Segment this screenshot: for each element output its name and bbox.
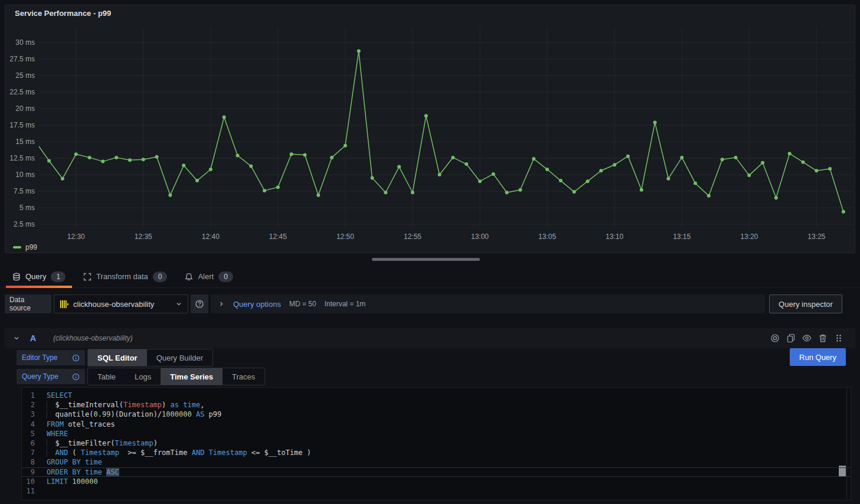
editor-type-option-sql-editor[interactable]: SQL Editor	[88, 349, 147, 366]
datasource-value: clickhouse-observability	[73, 300, 154, 309]
datasource-help-button[interactable]	[191, 294, 208, 313]
svg-text:12:30: 12:30	[67, 233, 85, 241]
line-number: 10	[22, 477, 35, 486]
svg-text:12.5 ms: 12.5 ms	[9, 154, 35, 162]
chevron-right-icon[interactable]	[218, 300, 225, 307]
transform-icon	[83, 273, 91, 281]
legend-label: p99	[25, 243, 37, 251]
timeseries-panel: Service Performance - p99 12:3012:3512:4…	[5, 5, 855, 253]
datasource-label: Data source	[5, 294, 51, 313]
query-type-label: Query Type	[17, 369, 85, 384]
line-number: 5	[22, 429, 35, 438]
code-line-7: 7 AND ( Timestamp >= $__fromTime AND Tim…	[22, 448, 851, 457]
svg-text:12:35: 12:35	[135, 233, 152, 241]
query-row-header: A (clickhouse-observability)	[5, 328, 855, 348]
svg-text:12:55: 12:55	[404, 233, 421, 241]
panel-editor-tabs: Query 1 Transform data 0 Alert 0	[0, 266, 860, 288]
code-line-8: 8GROUP BY time	[22, 457, 851, 467]
editor-type-label-text: Editor Type	[22, 354, 57, 362]
database-icon	[12, 273, 21, 281]
query-type-option-time-series[interactable]: Time Series	[161, 368, 223, 385]
code-line-9: 9ORDER BY time ASC	[22, 467, 851, 477]
svg-text:13:25: 13:25	[807, 233, 825, 241]
svg-text:30 ms: 30 ms	[15, 38, 35, 47]
query-type-option-table[interactable]: Table	[88, 368, 125, 385]
legend-item-p99[interactable]: p99	[13, 243, 37, 251]
tab-query[interactable]: Query 1	[6, 266, 72, 287]
max-data-points-value: MD = 50	[289, 300, 316, 308]
query-ref-id: A	[30, 333, 36, 343]
query-type-option-logs[interactable]: Logs	[125, 368, 161, 385]
line-number: 7	[22, 448, 35, 457]
tab-count-badge: 0	[153, 271, 168, 282]
svg-text:13:20: 13:20	[740, 233, 758, 241]
timeseries-chart[interactable]: 12:3012:3512:4012:4512:5012:5513:0013:05…	[5, 5, 855, 253]
svg-text:12:50: 12:50	[336, 233, 354, 241]
interval-value: Interval = 1m	[325, 300, 366, 308]
line-number: 4	[22, 420, 35, 429]
info-icon[interactable]	[72, 354, 80, 362]
line-number: 11	[22, 486, 35, 496]
svg-text:12:45: 12:45	[269, 233, 287, 241]
bell-icon	[185, 273, 193, 281]
query-options-bar: Query options MD = 50 Interval = 1m	[211, 294, 765, 313]
active-tab-underline	[6, 286, 72, 288]
editor-type-option-query-builder[interactable]: Query Builder	[147, 349, 212, 366]
tab-label: Query	[25, 272, 46, 281]
line-number: 1	[22, 391, 35, 400]
svg-text:17.5 ms: 17.5 ms	[9, 121, 35, 129]
tab-alert[interactable]: Alert 0	[178, 266, 239, 287]
editor-type-label: Editor Type	[17, 350, 85, 365]
line-number: 8	[22, 457, 35, 467]
tab-count-badge: 1	[51, 271, 66, 282]
line-number: 9	[22, 467, 35, 477]
legend-swatch	[13, 246, 21, 248]
svg-text:15 ms: 15 ms	[15, 138, 35, 146]
disable-query-icon[interactable]	[770, 333, 780, 343]
query-datasource-hint: (clickhouse-observability)	[53, 334, 133, 342]
svg-text:10 ms: 10 ms	[15, 171, 35, 179]
code-line-10: 10LIMIT 100000	[22, 477, 851, 486]
tab-transform-data[interactable]: Transform data 0	[77, 266, 174, 287]
tab-count-badge: 0	[218, 271, 233, 282]
svg-text:2.5 ms: 2.5 ms	[14, 220, 35, 228]
tab-label: Transform data	[96, 272, 148, 281]
query-type-option-traces[interactable]: Traces	[223, 368, 264, 385]
svg-text:25 ms: 25 ms	[15, 71, 35, 80]
svg-text:13:15: 13:15	[673, 233, 691, 241]
sql-code-editor[interactable]: 1SELECT2 $__timeInterval(Timestamp) as t…	[21, 387, 851, 500]
svg-text:7.5 ms: 7.5 ms	[14, 187, 35, 195]
svg-text:27.5 ms: 27.5 ms	[9, 55, 35, 63]
svg-text:5 ms: 5 ms	[19, 204, 35, 212]
horizontal-scrollbar-thumb[interactable]	[372, 258, 480, 261]
code-line-4: 4FROM otel_traces	[22, 420, 851, 429]
run-query-button[interactable]: Run Query	[790, 348, 846, 366]
code-line-1: 1SELECT	[22, 391, 851, 400]
svg-text:20 ms: 20 ms	[15, 104, 35, 113]
svg-text:13:00: 13:00	[471, 233, 489, 241]
code-line-6: 6 $__timeFilter(Timestamp)	[22, 438, 851, 448]
svg-text:22.5 ms: 22.5 ms	[9, 88, 35, 96]
duplicate-query-icon[interactable]	[786, 333, 796, 343]
query-type-label-text: Query Type	[22, 372, 58, 381]
svg-text:12:40: 12:40	[202, 233, 220, 241]
tab-label: Alert	[198, 272, 214, 281]
datasource-select[interactable]: clickhouse-observability	[54, 294, 188, 313]
editor-type-radio-group: SQL EditorQuery Builder	[87, 349, 213, 366]
query-inspector-button[interactable]: Query inspector	[769, 294, 842, 313]
line-number: 2	[22, 400, 35, 410]
chevron-down-icon	[175, 300, 182, 307]
collapse-chevron-icon[interactable]	[13, 335, 20, 342]
hide-response-eye-icon[interactable]	[802, 333, 812, 343]
datasource-toolbar: Data source clickhouse-observability Que…	[0, 294, 860, 313]
query-type-radio-group: TableLogsTime SeriesTraces	[87, 368, 265, 385]
code-line-2: 2 $__timeInterval(Timestamp) as time,	[22, 400, 851, 410]
query-options-link[interactable]: Query options	[233, 300, 281, 309]
info-icon[interactable]	[72, 373, 80, 381]
drag-handle-icon[interactable]	[834, 333, 843, 343]
code-line-3: 3 quantile(0.99)(Duration)/1000000 AS p9…	[22, 410, 851, 419]
remove-query-trash-icon[interactable]	[818, 333, 828, 343]
line-number: 3	[22, 410, 35, 419]
code-line-11: 11	[22, 486, 851, 496]
panel-title: Service Performance - p99	[15, 9, 111, 18]
